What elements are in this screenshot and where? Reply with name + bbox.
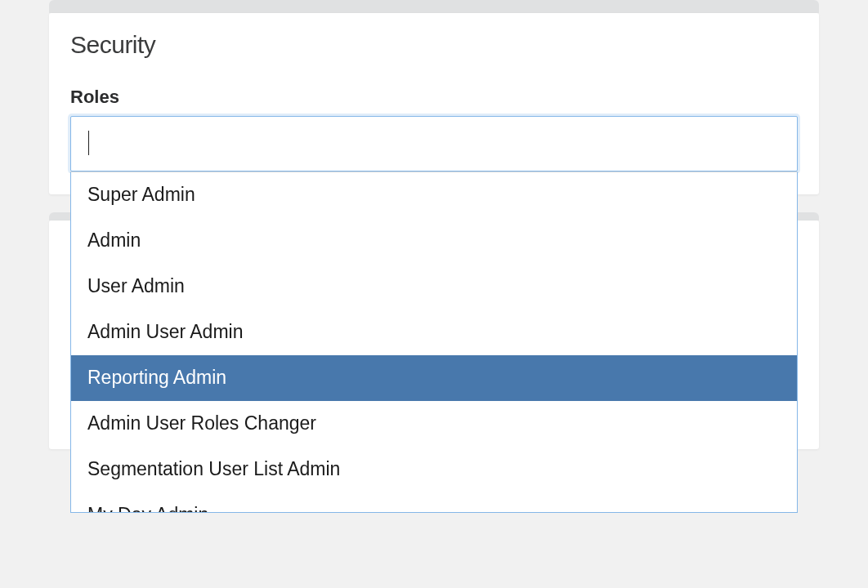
security-card: Security Roles Super AdminAdminUser Admi… [49, 13, 819, 194]
roles-dropdown: Super AdminAdminUser AdminAdmin User Adm… [70, 172, 798, 513]
roles-option[interactable]: User Admin [71, 264, 797, 310]
card-title: Security [70, 31, 798, 59]
roles-input[interactable] [70, 116, 798, 172]
roles-combobox: Super AdminAdminUser AdminAdmin User Adm… [70, 116, 798, 172]
roles-option[interactable]: Admin [71, 218, 797, 264]
card-top-edge [49, 0, 819, 13]
roles-option[interactable]: Super Admin [71, 172, 797, 218]
roles-label: Roles [70, 87, 798, 108]
roles-option[interactable]: Reporting Admin [71, 355, 797, 401]
roles-option[interactable]: Segmentation User List Admin [71, 447, 797, 492]
roles-option[interactable]: Admin User Admin [71, 310, 797, 355]
roles-option[interactable]: My Day Admin [71, 492, 797, 513]
roles-option[interactable]: Admin User Roles Changer [71, 401, 797, 447]
